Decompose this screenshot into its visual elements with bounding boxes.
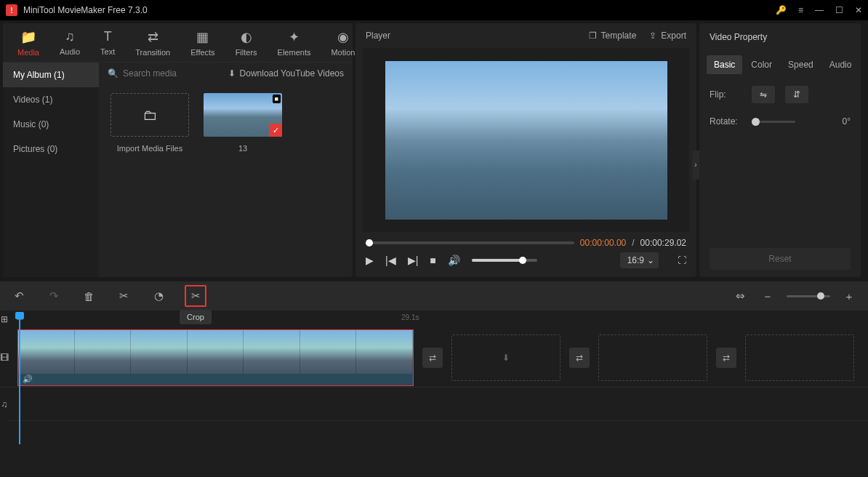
preview-area (363, 48, 689, 232)
check-icon: ✓ (269, 124, 282, 137)
app-logo: ! (6, 4, 17, 16)
audio-track-head[interactable]: ♫ (0, 388, 9, 421)
transition-slot-button[interactable]: ⇄ (422, 348, 443, 368)
preview-image (385, 61, 667, 220)
tab-elements[interactable]: ✦Elements (268, 23, 321, 62)
transition-slot-button[interactable]: ⇄ (716, 348, 736, 368)
transition-slot-button[interactable]: ⇄ (569, 348, 590, 368)
play-button[interactable]: ▶ (366, 254, 374, 266)
prop-tab-speed[interactable]: Speed (781, 55, 821, 74)
fit-button[interactable]: ⇔ (731, 287, 749, 305)
tab-transition[interactable]: ⇄Transition (125, 23, 180, 62)
tab-media[interactable]: 📁Media (7, 23, 49, 62)
search-input[interactable] (123, 68, 210, 79)
timeline: ⊞ 🎞 ♫ 0s 29.1s 🔊 ⇄ ⬇ ⇄ ⇄ (0, 310, 868, 477)
speed-button[interactable]: ◔ (150, 287, 167, 305)
flip-horizontal-button[interactable]: ⇋ (752, 86, 775, 103)
ruler-end: 29.1s (401, 313, 419, 321)
crop-button[interactable]: ✂ Crop (185, 285, 206, 307)
delete-button[interactable]: 🗑 (80, 287, 97, 305)
sidebar-item-videos[interactable]: Videos (1) (3, 87, 99, 112)
flip-label: Flip: (710, 89, 742, 100)
template-button[interactable]: ❐Template (589, 31, 637, 41)
player-panel: Player ❐Template ⇪Export 00:00:00.00 / 0… (355, 23, 696, 277)
volume-slider[interactable] (472, 259, 537, 262)
prop-tab-basic[interactable]: Basic (707, 55, 742, 74)
tab-text[interactable]: TText (90, 23, 125, 62)
properties-panel: › Video Property Basic Color Speed Audio… (699, 23, 861, 277)
rotate-slider[interactable] (752, 121, 795, 123)
tab-audio[interactable]: ♫Audio (49, 23, 90, 62)
video-clip[interactable]: 🔊 (17, 329, 414, 386)
download-youtube-link[interactable]: ⬇ Download YouTube Videos (228, 68, 344, 79)
undo-button[interactable]: ↶ (10, 287, 28, 305)
aspect-ratio-select[interactable]: 16:9 (620, 252, 659, 268)
text-icon: T (104, 29, 112, 44)
export-icon: ⇪ (649, 31, 656, 41)
video-track[interactable]: 🔊 ⇄ ⬇ ⇄ ⇄ (9, 328, 868, 388)
motion-icon: ◉ (337, 29, 349, 45)
effects-icon: ▦ (196, 29, 209, 45)
folder-icon: 📁 (20, 29, 36, 45)
tab-effects[interactable]: ▦Effects (180, 23, 225, 62)
maximize-icon[interactable]: ☐ (835, 5, 843, 15)
download-icon: ⬇ (228, 68, 236, 79)
video-badge-icon: ■ (273, 95, 281, 103)
transition-icon: ⇄ (148, 29, 158, 45)
export-button[interactable]: ⇪Export (649, 31, 686, 41)
media-thumbnail[interactable]: ■ ✓ (204, 93, 282, 137)
empty-clip-slot[interactable] (598, 334, 707, 381)
import-media-box[interactable]: 🗀 (110, 93, 189, 137)
minimize-icon[interactable]: — (815, 5, 824, 15)
current-time: 00:00:00.00 (580, 238, 626, 248)
sidebar-item-myalbum[interactable]: My Album (1) (3, 63, 99, 87)
tab-filters[interactable]: ◐Filters (225, 23, 268, 62)
titlebar: ! MiniTool MovieMaker Free 7.3.0 🔑 ≡ — ☐… (0, 0, 868, 20)
add-track-button[interactable]: ⊞ (0, 310, 9, 328)
rotate-label: Rotate: (710, 116, 742, 127)
video-track-head[interactable]: 🎞 (0, 328, 9, 388)
elements-icon: ✦ (289, 29, 300, 45)
media-panel: 📁Media ♫Audio TText ⇄Transition ▦Effects… (3, 23, 353, 277)
search-wrap: 🔍 (108, 68, 210, 79)
close-icon[interactable]: ✕ (855, 5, 862, 15)
clip-audio-icon: 🔊 (23, 374, 33, 384)
filters-icon: ◐ (241, 29, 252, 45)
volume-icon[interactable]: 🔊 (448, 254, 460, 266)
import-label: Import Media Files (117, 144, 182, 153)
menu-icon[interactable]: ≡ (798, 5, 803, 15)
player-title: Player (366, 31, 576, 41)
layers-icon: ❐ (589, 31, 597, 41)
key-icon[interactable]: 🔑 (776, 5, 787, 15)
zoom-out-button[interactable]: − (759, 287, 776, 305)
panel-collapse-button[interactable]: › (692, 151, 699, 180)
sidebar-item-music[interactable]: Music (0) (3, 112, 99, 137)
redo-button[interactable]: ↷ (45, 287, 63, 305)
seek-slider[interactable] (366, 241, 574, 244)
empty-clip-slot[interactable] (745, 334, 854, 381)
timeline-toolbar: ↶ ↷ 🗑 ✂ ◔ ✂ Crop ⇔ − + (0, 281, 868, 310)
empty-clip-slot[interactable]: ⬇ (451, 334, 560, 381)
flip-vertical-button[interactable]: ⇵ (785, 86, 808, 103)
zoom-in-button[interactable]: + (840, 287, 858, 305)
thumbnail-label: 13 (238, 144, 247, 153)
prev-frame-button[interactable]: |◀ (385, 254, 396, 266)
reset-button[interactable]: Reset (710, 248, 851, 270)
search-icon: 🔍 (108, 68, 118, 79)
properties-title: Video Property (699, 23, 861, 51)
media-sidebar: My Album (1) Videos (1) Music (0) Pictur… (3, 63, 99, 277)
zoom-slider[interactable] (787, 295, 830, 297)
playhead[interactable] (19, 313, 20, 444)
stop-button[interactable]: ■ (430, 254, 435, 266)
time-ruler[interactable]: 0s 29.1s (9, 310, 868, 328)
split-button[interactable]: ✂ (115, 287, 132, 305)
next-frame-button[interactable]: ▶| (408, 254, 419, 266)
fullscreen-button[interactable]: ⛶ (678, 255, 686, 265)
folder-open-icon: 🗀 (142, 107, 157, 124)
audio-track[interactable] (9, 388, 868, 421)
time-separator: / (632, 238, 634, 248)
prop-tab-color[interactable]: Color (744, 55, 779, 74)
rotate-value: 0° (843, 116, 851, 127)
sidebar-item-pictures[interactable]: Pictures (0) (3, 137, 99, 161)
prop-tab-audio[interactable]: Audio (822, 55, 859, 74)
